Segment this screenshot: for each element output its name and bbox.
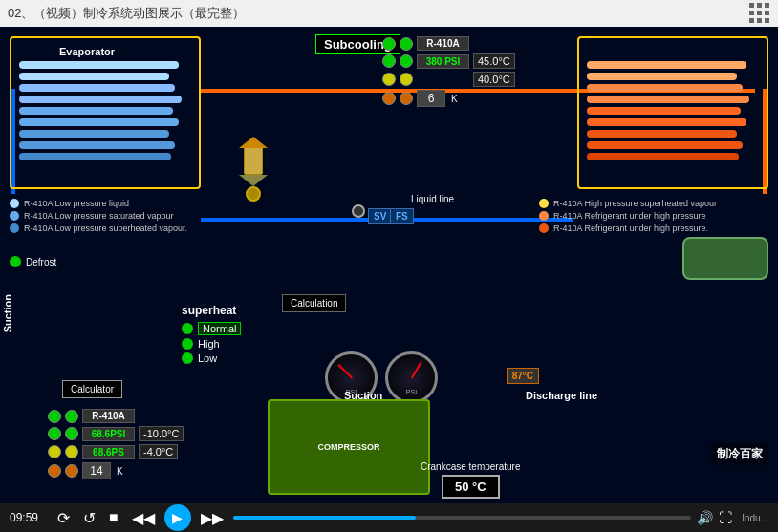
indicator-r410a-1 [382, 37, 396, 51]
legend-dot-2 [10, 211, 19, 221]
num-6-badge: 6 [417, 90, 445, 107]
diagram-area: Evaporator Subcooling [0, 27, 778, 503]
r410a-row: R-410A [382, 36, 515, 51]
evaporator-label: Evaporator [59, 46, 115, 57]
crankcase-area: Crankcase temperature 50 °C [421, 461, 521, 499]
legend-item-1: R-410A Low pressure liquid [10, 199, 229, 208]
superheat-high-label: High [198, 338, 220, 350]
bot-pres-ind-2 [65, 427, 78, 440]
num-row: 6 K [382, 90, 515, 107]
legend-dot-3 [10, 223, 19, 233]
superheat-normal-option[interactable]: Normal [182, 322, 296, 335]
superheat-normal-label: Normal [198, 322, 241, 335]
valve-top [239, 137, 268, 148]
bot-num-ind-1 [48, 464, 61, 478]
indicator-num-1 [382, 92, 396, 105]
bot-pres-ind-1 [48, 427, 61, 440]
legend-item-4: R-410A High pressure superheated vapour [539, 199, 768, 208]
bot-pressure-1-badge: 68.6PSI [82, 427, 135, 441]
bot-num-ind-2 [65, 464, 78, 478]
discharge-label: Discharge line [526, 390, 597, 401]
bot-temp-ind-2 [65, 445, 78, 458]
legend-item-5: R-410A Refrigerant under high pressure [539, 211, 768, 221]
superheat-high-option[interactable]: High [182, 338, 296, 350]
bottom-r410a-row: R-410A [48, 409, 184, 423]
watermark-control: Indu... [742, 513, 768, 523]
legend-text-4: R-410A High pressure superheated vapour [553, 199, 717, 208]
compressor-block: COMPRESSOR [268, 399, 430, 495]
legend-dot-1 [10, 199, 19, 208]
bot-pressure-2-badge: 68.6PS [82, 445, 135, 459]
bot-temp-2-badge: -4.0°C [139, 444, 178, 459]
indicator-temp-1 [382, 73, 396, 86]
bottom-num-row: 14 K [48, 462, 184, 479]
loop-button[interactable]: ⟳ [54, 509, 74, 527]
bot-ind-1 [48, 410, 61, 423]
legend-dot-4 [539, 199, 549, 208]
refresh-button[interactable]: ↺ [79, 509, 99, 527]
legend-item-2: R-410A Low pressure saturated vapour [10, 211, 229, 221]
progress-bar-fill [233, 516, 417, 520]
superheat-high-dot [182, 338, 193, 350]
expansion-valve-area [225, 137, 282, 203]
legend-left: R-410A Low pressure liquid R-410A Low pr… [10, 199, 229, 236]
evaporator-coils [19, 57, 196, 164]
bot-num-badge: 14 [82, 462, 111, 479]
indicator-pressure-1 [382, 54, 396, 68]
legend-item-3: R-410A Low pressure superheated vapour. [10, 223, 229, 233]
valve-bulb [246, 186, 261, 202]
defrost-indicator: Defrost [10, 256, 56, 267]
rewind-button[interactable]: ◀◀ [128, 509, 159, 527]
discharge-gauge: PSI [385, 351, 438, 404]
indicator-temp-2 [400, 73, 413, 86]
progress-bar[interactable] [233, 516, 692, 520]
superheat-low-label: Low [198, 352, 217, 364]
compressor-label: COMPRESSOR [317, 442, 379, 452]
watermark: 制冷百家 [711, 443, 768, 465]
temp-row: 40.0°C [382, 72, 515, 87]
play-button[interactable]: ▶ [164, 504, 191, 531]
discharge-gauge-needle [411, 361, 422, 378]
low-pressure-data-panel: R-410A 68.6PSI -10.0°C 68.6PS -4.0°C 14 … [48, 409, 184, 479]
condenser-coils [587, 57, 764, 164]
page-title: 02、（视频）制冷系统动图展示（最完整） [8, 5, 749, 22]
suction-vertical-label: Suction [2, 294, 13, 332]
superheat-panel: superheat Normal High Low [182, 304, 296, 367]
suction-gauge-needle [337, 364, 352, 378]
bot-r410a-badge: R-410A [82, 409, 135, 423]
discharge-gauge-scale: PSI [406, 389, 417, 395]
receiver-cylinder [682, 237, 768, 280]
legend-dot-5 [539, 211, 549, 221]
superheat-low-dot [182, 352, 193, 364]
stop-button[interactable]: ■ [105, 509, 122, 526]
temp-badge-1: 45.0°C [473, 53, 515, 69]
superheat-normal-dot [182, 323, 193, 334]
fast-forward-button[interactable]: ▶▶ [197, 509, 227, 527]
top-bar: 02、（视频）制冷系统动图展示（最完整） [0, 0, 778, 27]
superheat-low-option[interactable]: Low [182, 352, 296, 364]
high-pressure-data-panel: R-410A 380 PSI 45.0°C 40.0°C 6 K [382, 36, 515, 107]
volume-icon: 🔊 [697, 510, 713, 525]
flow-indicator [352, 204, 365, 218]
legend-item-6: R-410A Refrigerant under high pressure. [539, 223, 768, 233]
indicator-pressure-2 [400, 54, 413, 68]
k-label: K [451, 94, 458, 104]
indicator-r410a-2 [400, 37, 413, 51]
legend-text-3: R-410A Low pressure superheated vapour. [24, 223, 187, 233]
bottom-pressure-row2: 68.6PS -4.0°C [48, 444, 184, 459]
valve-bottom [239, 175, 268, 186]
crankcase-label: Crankcase temperature [421, 461, 521, 472]
refrigerant-badge: R-410A [417, 36, 469, 51]
liquid-line-label: Liquid line [411, 194, 454, 204]
time-display: 09:59 [10, 511, 48, 524]
discharge-temp-badge: 87°C [507, 368, 539, 384]
calculator-button[interactable]: Calculator [62, 380, 122, 398]
legend-text-2: R-410A Low pressure saturated vapour [24, 211, 174, 221]
valve-body [244, 146, 263, 175]
bot-temp-1-badge: -10.0°C [139, 426, 184, 441]
defrost-dot [10, 256, 21, 267]
fullscreen-button[interactable]: ⛶ [719, 510, 732, 525]
temp-badge-2: 40.0°C [473, 72, 515, 87]
legend-text-1: R-410A Low pressure liquid [24, 199, 129, 208]
legend-dot-6 [539, 223, 549, 233]
